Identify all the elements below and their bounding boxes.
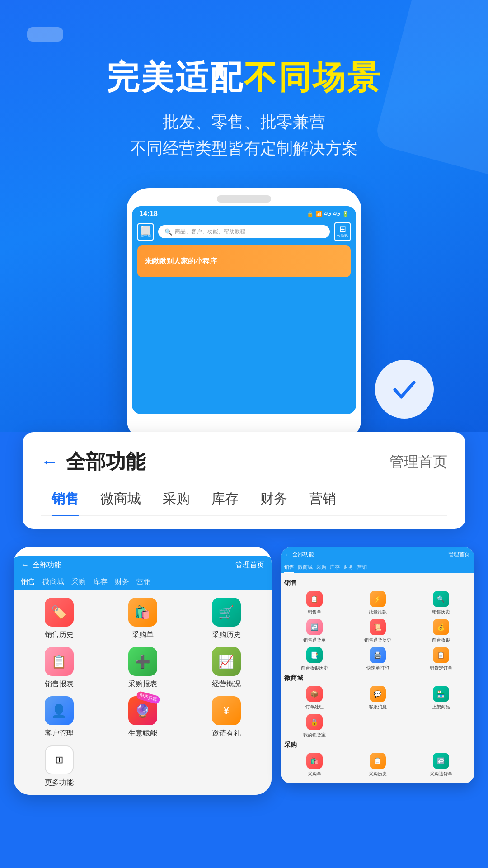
rp-shelf-goods[interactable]: 🏪 上架商品 bbox=[411, 686, 471, 710]
lp-tab-finance[interactable]: 财务 bbox=[115, 577, 129, 590]
sales-report-label: 销售报表 bbox=[45, 679, 74, 689]
icon-item-purchase[interactable]: 🛍️ 采购单 bbox=[104, 598, 181, 640]
icon-item-customer[interactable]: 👤 客户管理 bbox=[21, 696, 97, 738]
more-label: 更多功能 bbox=[45, 778, 74, 788]
phone-search-input: 🔍 商品、客户、功能、帮助教程 bbox=[158, 225, 330, 238]
feature-card: ← 全部功能 管理首页 销售 微商城 采购 库存 财务 营销 bbox=[23, 432, 465, 529]
left-phone-nav: ← 全部功能 管理首页 bbox=[14, 556, 272, 575]
rp-tab-weshop[interactable]: 微商城 bbox=[298, 564, 313, 573]
rp-cashier-icon: 💰 bbox=[433, 619, 449, 635]
rp-shelf-goods-label: 上架商品 bbox=[432, 704, 450, 710]
headline-white: 完美适配 bbox=[107, 59, 244, 95]
rp-lock-goods-label: 我的锁货宝 bbox=[303, 732, 326, 738]
tab-finance[interactable]: 财务 bbox=[249, 486, 298, 515]
status-bar bbox=[27, 27, 461, 42]
tab-weshop[interactable]: 微商城 bbox=[89, 486, 152, 515]
rp-pur-return[interactable]: ↩️ 采购退货单 bbox=[411, 753, 471, 777]
left-phone-content: 🏷️ 销售历史 🛍️ 采购单 🛒 采购历史 📋 销售报表 ➕ bbox=[14, 590, 272, 795]
rp-pur-order-icon: 🛍️ bbox=[306, 753, 323, 769]
rp-cashier-hist[interactable]: 📑 前台收银历史 bbox=[284, 647, 344, 671]
rp-batch-push-label: 批量推款 bbox=[369, 609, 387, 615]
rp-section-weshop: 微商城 bbox=[284, 674, 471, 682]
sales-history-label: 销售历史 bbox=[45, 630, 74, 640]
hero-section: 完美适配不同场景 批发、零售、批零兼营 不同经营类型皆有定制解决方案 14:18… bbox=[0, 0, 488, 441]
rp-sales-return-icon: ↩️ bbox=[306, 619, 323, 635]
customer-icon: 👤 bbox=[45, 696, 74, 725]
icon-item-business[interactable]: 🔮 同步剪辑 生意赋能 bbox=[104, 696, 181, 738]
rp-fast-print[interactable]: 🖨️ 快速单打印 bbox=[348, 647, 408, 671]
tab-sales[interactable]: 销售 bbox=[41, 486, 89, 515]
icon-item-more[interactable]: ⊞ 更多功能 bbox=[21, 745, 97, 788]
rp-sales-history[interactable]: 🔍 销售历史 bbox=[411, 591, 471, 615]
rp-sales-order-icon: 📋 bbox=[306, 591, 323, 607]
icon-item-purchase-report[interactable]: ➕ 采购报表 bbox=[104, 647, 181, 689]
rp-batch-push[interactable]: ⚡ 批量推款 bbox=[348, 591, 408, 615]
rp-pur-order-label: 采购单 bbox=[308, 771, 321, 777]
rp-sales-return[interactable]: ↩️ 销售退货单 bbox=[284, 619, 344, 643]
more-icon: ⊞ bbox=[45, 745, 74, 774]
phone-screen: 14:18 🔒 📶 4G 4G 🔋 ⬜ 扫一扫 bbox=[132, 206, 356, 414]
left-nav-manage: 管理首页 bbox=[235, 561, 264, 570]
rp-customer-msg[interactable]: 💬 客服消息 bbox=[348, 686, 408, 710]
rp-tab-finance[interactable]: 财务 bbox=[343, 564, 353, 573]
rp-sales-order2[interactable]: 📋 销货定订单 bbox=[411, 647, 471, 671]
card-title: ← 全部功能 bbox=[41, 448, 145, 475]
icon-item-sales-history[interactable]: 🏷️ 销售历史 bbox=[21, 598, 97, 640]
rp-cashier[interactable]: 💰 前台收银 bbox=[411, 619, 471, 643]
sales-history-icon: 🏷️ bbox=[45, 598, 74, 627]
checkmark-circle bbox=[375, 360, 434, 419]
lp-tab-sales[interactable]: 销售 bbox=[21, 577, 35, 590]
tab-marketing[interactable]: 营销 bbox=[298, 486, 347, 515]
rp-pur-return-label: 采购退货单 bbox=[430, 771, 452, 777]
rp-section-purchase: 采购 bbox=[284, 741, 471, 749]
rp-pur-hist[interactable]: 📋 采购历史 bbox=[348, 753, 408, 777]
rp-order-process[interactable]: 📦 订单处理 bbox=[284, 686, 344, 710]
lp-tab-inventory[interactable]: 库存 bbox=[93, 577, 108, 590]
rp-lock-goods[interactable]: 🔒 我的锁货宝 bbox=[284, 714, 344, 738]
customer-label: 客户管理 bbox=[45, 729, 74, 738]
rp-sales-order-label: 销售单 bbox=[308, 609, 321, 615]
left-nav-title: ← 全部功能 bbox=[21, 561, 61, 570]
rp-fast-print-icon: 🖨️ bbox=[370, 647, 386, 663]
rp-cashier-label: 前台收银 bbox=[432, 637, 450, 643]
rp-lock-goods-icon: 🔒 bbox=[306, 714, 323, 730]
rp-pur-order[interactable]: 🛍️ 采购单 bbox=[284, 753, 344, 777]
rp-nav-right: 管理首页 bbox=[448, 551, 470, 558]
phone-mockup: 14:18 🔒 📶 4G 4G 🔋 ⬜ 扫一扫 bbox=[127, 188, 361, 441]
rp-tab-marketing[interactable]: 营销 bbox=[357, 564, 367, 573]
rp-section-sales: 销售 bbox=[284, 579, 471, 587]
scan-icon: ⬜ 扫一扫 bbox=[137, 223, 154, 241]
phone-banner: 来瞅瞅别人家的小程序 bbox=[137, 245, 351, 277]
lp-tab-marketing[interactable]: 营销 bbox=[136, 577, 151, 590]
rp-tab-sales[interactable]: 销售 bbox=[284, 564, 294, 573]
overview-label: 经营概况 bbox=[212, 679, 241, 689]
headline-block: 完美适配不同场景 bbox=[27, 60, 461, 95]
icon-item-overview[interactable]: 📈 经营概况 bbox=[188, 647, 264, 689]
subline1: 批发、零售、批零兼营 bbox=[27, 109, 461, 135]
rp-order-process-label: 订单处理 bbox=[305, 704, 324, 710]
tab-inventory[interactable]: 库存 bbox=[201, 486, 249, 515]
lp-tab-weshop[interactable]: 微商城 bbox=[42, 577, 64, 590]
icon-item-sales-report[interactable]: 📋 销售报表 bbox=[21, 647, 97, 689]
rp-sales-return-hist-label: 销售退货历史 bbox=[364, 637, 391, 643]
rp-sales-grid: 📋 销售单 ⚡ 批量推款 🔍 销售历史 ↩️ 销售退货单 📜 销售退货 bbox=[284, 591, 471, 671]
hot-badge: 同步剪辑 bbox=[136, 691, 160, 705]
subtext-block: 批发、零售、批零兼营 不同经营类型皆有定制解决方案 bbox=[27, 109, 461, 161]
rp-sales-return-label: 销售退货单 bbox=[303, 637, 326, 643]
rp-sales-return-hist[interactable]: 📜 销售退货历史 bbox=[348, 619, 408, 643]
rp-tab-purchase[interactable]: 采购 bbox=[316, 564, 326, 573]
phone-status-icons: 🔒 📶 4G 4G 🔋 bbox=[307, 211, 349, 217]
status-pill bbox=[27, 27, 63, 42]
back-arrow-icon[interactable]: ← bbox=[41, 452, 59, 472]
lp-tab-purchase[interactable]: 采购 bbox=[71, 577, 86, 590]
rp-tab-inventory[interactable]: 库存 bbox=[330, 564, 340, 573]
manage-link[interactable]: 管理首页 bbox=[389, 452, 447, 472]
headline-yellow: 不同场景 bbox=[244, 59, 381, 95]
icon-item-invite[interactable]: ¥ 邀请有礼 bbox=[188, 696, 264, 738]
rp-sales-order2-icon: 📋 bbox=[433, 647, 449, 663]
rp-sales-order[interactable]: 📋 销售单 bbox=[284, 591, 344, 615]
left-phone-tabs: 销售 微商城 采购 库存 财务 营销 bbox=[14, 575, 272, 590]
icon-item-purchase-history[interactable]: 🛒 采购历史 bbox=[188, 598, 264, 640]
tab-purchase[interactable]: 采购 bbox=[152, 486, 201, 515]
purchase-report-label: 采购报表 bbox=[128, 679, 157, 689]
